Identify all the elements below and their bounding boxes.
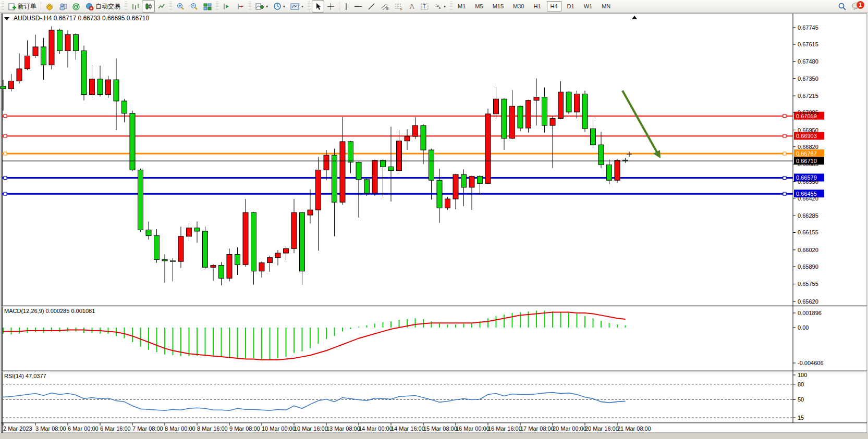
level-handle[interactable] — [783, 192, 786, 195]
candlestick-chart-button[interactable] — [142, 0, 155, 12]
candle-body — [332, 155, 337, 202]
candle-body — [445, 199, 450, 208]
candle-body — [381, 160, 386, 167]
notifications-button[interactable]: 1 — [849, 0, 868, 12]
level-handle[interactable] — [4, 115, 7, 118]
time-tick-label: 6 Mar 16:00 — [100, 425, 131, 432]
candle-body — [494, 99, 499, 114]
timeframe-button-m5[interactable]: M5 — [471, 1, 486, 11]
accounts-button[interactable] — [56, 0, 70, 12]
zoom-out-button[interactable] — [187, 0, 201, 12]
candle-body — [130, 113, 135, 170]
timeframe-button-m15[interactable]: M15 — [489, 1, 507, 11]
signals-button[interactable] — [70, 0, 83, 12]
text-label-button[interactable]: T — [418, 0, 432, 12]
level-handle[interactable] — [4, 134, 7, 137]
timeframe-button-m1[interactable]: M1 — [454, 1, 469, 11]
rsi-tick-label: 15 — [798, 415, 804, 421]
candle-body — [25, 56, 30, 69]
cursor-button[interactable] — [312, 0, 324, 12]
timeframe-button-m30[interactable]: M30 — [509, 1, 528, 11]
candle-body — [284, 248, 289, 253]
toolbar-grip[interactable] — [2, 2, 4, 11]
horizontal-line-button[interactable] — [351, 0, 365, 12]
vertical-line-button[interactable] — [341, 0, 351, 12]
candle-body — [324, 155, 329, 170]
level-handle[interactable] — [783, 115, 786, 118]
auto-scroll-icon — [223, 3, 231, 10]
tile-windows-button[interactable] — [201, 0, 214, 12]
price-tick-label: 0.67615 — [798, 41, 818, 47]
candle-body — [461, 174, 467, 187]
arrows-button[interactable]: ▾ — [432, 0, 448, 12]
time-tick-label: 10 Mar 16:00 — [294, 425, 328, 432]
candle-body — [558, 92, 564, 119]
candle-body — [566, 92, 571, 112]
candle-body — [275, 253, 280, 258]
level-handle[interactable] — [4, 152, 7, 155]
level-handle[interactable] — [4, 192, 7, 195]
time-tick-label: 13 Mar 08:00 — [326, 425, 360, 432]
equidistant-channel-button[interactable]: E — [378, 0, 392, 12]
auto-scroll-button[interactable] — [220, 0, 234, 12]
timeframe-button-d1[interactable]: D1 — [564, 1, 578, 11]
time-tick-label: 17 Mar 08:00 — [520, 425, 554, 432]
trendline-button[interactable] — [365, 0, 378, 12]
timeframe-button-h1[interactable]: H1 — [530, 1, 544, 11]
time-tick-label: 21 Mar 08:00 — [617, 425, 651, 432]
candle-body — [65, 35, 70, 51]
level-handle[interactable] — [4, 176, 7, 179]
bar-chart-button[interactable] — [129, 0, 142, 12]
text-button[interactable]: A — [406, 0, 418, 12]
toolbar[interactable]: 新订单 自动交易 ▾ ▾ — [0, 0, 868, 13]
candle-body — [154, 236, 160, 260]
time-tick-label: 16 Mar 16:00 — [488, 425, 522, 432]
candle-body — [598, 145, 604, 165]
candle-body — [526, 101, 531, 128]
cursor-icon — [314, 3, 322, 10]
candle-body — [582, 94, 588, 129]
timeframes-group[interactable]: M1M5M15M30H1H4D1W1MN — [454, 1, 614, 11]
zoom-in-button[interactable] — [174, 0, 187, 12]
timeframe-button-h4[interactable]: H4 — [547, 1, 561, 11]
vertical-line-icon — [344, 3, 349, 10]
candle-body — [211, 266, 216, 268]
auto-trading-button[interactable]: 自动交易 — [83, 0, 123, 12]
line-chart-icon — [157, 3, 165, 10]
chart-canvas[interactable]: AUDUSD-,H4 0.66717 0.66733 0.66695 0.667… — [0, 0, 868, 439]
level-handle[interactable] — [783, 176, 786, 179]
gold-stack-icon — [45, 3, 54, 10]
search-button[interactable] — [835, 0, 849, 12]
crosshair-button[interactable] — [324, 0, 337, 12]
macd-tick-label: -0.004606 — [798, 360, 824, 366]
price-tick-label: 0.67350 — [798, 76, 818, 82]
price-tick-label: 0.66950 — [798, 127, 818, 133]
level-handle[interactable] — [783, 152, 786, 155]
chart-window[interactable]: AUDUSD-,H4 0.66717 0.66733 0.66695 0.667… — [0, 0, 868, 439]
candle-body — [453, 174, 458, 199]
bar-chart-icon — [131, 3, 139, 10]
indicators-caret-icon: ▾ — [266, 4, 268, 9]
candle-body — [364, 180, 370, 193]
new-order-button[interactable]: 新订单 — [6, 0, 39, 12]
line-chart-button[interactable] — [155, 0, 168, 12]
text-a-icon: A — [409, 3, 415, 10]
chart-shift-button[interactable] — [234, 0, 247, 12]
fibonacci-button[interactable]: F — [392, 0, 406, 12]
level-handle[interactable] — [783, 134, 786, 137]
candle-body — [170, 261, 176, 261]
time-tick-label: 10 Mar 00:00 — [262, 425, 296, 432]
price-tick-label: 0.66155 — [798, 229, 818, 235]
price-tick-label: 0.65755 — [798, 281, 818, 287]
clock-icon — [273, 2, 282, 10]
candle-body — [397, 141, 402, 171]
timeframe-button-w1[interactable]: W1 — [580, 1, 596, 11]
indicators-button[interactable]: ▾ — [253, 0, 271, 12]
time-tick-label: 3 Mar 08:00 — [35, 425, 66, 432]
price-tick-label: 0.66550 — [798, 179, 818, 185]
timeframe-button-mn[interactable]: MN — [598, 1, 614, 11]
quotes-button[interactable] — [43, 0, 56, 12]
templates-button[interactable]: ▾ — [288, 0, 306, 12]
price-tick-label: 0.67745 — [798, 24, 818, 31]
periods-button[interactable]: ▾ — [271, 0, 288, 12]
